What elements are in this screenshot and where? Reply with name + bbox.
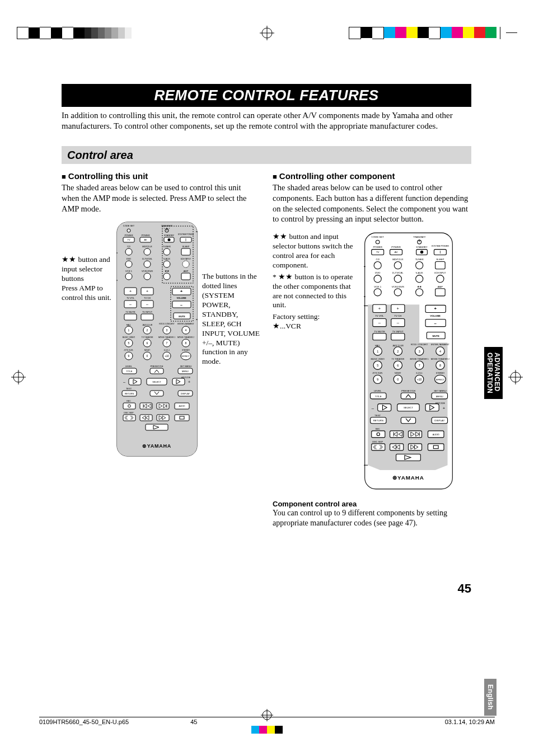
- svg-text:–: –: [180, 303, 182, 307]
- right-callouts: ★★ button and input selector buttons swi…: [273, 232, 359, 331]
- svg-point-153: [376, 240, 380, 244]
- registration-cross-right-icon: [508, 370, 523, 387]
- print-footer: 0109HTR5660_45-50_EN-U.p65 45 03.1.14, 1…: [39, 717, 495, 725]
- svg-point-53: [163, 273, 170, 280]
- left-body: The shaded areas below can be used to co…: [62, 182, 260, 214]
- svg-text:V-AUX: V-AUX: [416, 272, 423, 275]
- side-tab-advanced-line1: ADVANCED: [493, 353, 501, 392]
- svg-rect-212: [391, 334, 405, 340]
- svg-text:AV: AV: [144, 238, 147, 241]
- svg-text:6CH INPUT: 6CH INPUT: [434, 273, 446, 275]
- svg-point-35: [125, 248, 132, 255]
- svg-text:AV: AV: [395, 251, 398, 253]
- svg-text:0: 0: [147, 354, 148, 358]
- svg-text:⊛YAMAHA: ⊛YAMAHA: [392, 475, 424, 481]
- svg-text:DISPLAY: DISPLAY: [434, 420, 444, 422]
- svg-point-44: [144, 261, 151, 267]
- svg-rect-130: [150, 391, 163, 396]
- svg-text:–: –: [372, 406, 374, 411]
- svg-text:STEREO: STEREO: [182, 349, 190, 351]
- svg-text:JAZZ CLUB: JAZZ CLUB: [142, 324, 153, 326]
- svg-text:MOVIE THEATER 2: MOVIE THEATER 2: [177, 336, 194, 339]
- svg-point-182: [374, 275, 381, 283]
- svg-text:TRANSMIT: TRANSMIT: [161, 224, 173, 227]
- svg-text:POWER: POWER: [373, 246, 382, 249]
- svg-rect-273: [372, 431, 385, 438]
- svg-rect-260: [378, 404, 391, 411]
- svg-text:HALL: HALL: [127, 324, 132, 326]
- svg-rect-177: [435, 262, 446, 269]
- left-callout-right-text: The buttons in the dotted lines (SYSTEM …: [202, 272, 260, 367]
- component-caption-title: Component control area: [273, 500, 471, 508]
- svg-text:0: 0: [397, 378, 399, 381]
- svg-point-167: [420, 251, 423, 253]
- svg-text:VCR 1: VCR 1: [374, 285, 381, 288]
- svg-text:★★: ★★: [165, 269, 170, 273]
- svg-text:ENTER-TAINMENT: ENTER-TAINMENT: [431, 344, 449, 346]
- svg-text:VCR2/DVR: VCR2/DVR: [392, 285, 404, 288]
- svg-text:–: –: [123, 380, 125, 384]
- svg-rect-211: [373, 334, 386, 340]
- registration-row-top: [0, 27, 534, 44]
- svg-text:SYSTEM POWER: SYSTEM POWER: [432, 246, 449, 248]
- svg-point-183: [394, 275, 401, 283]
- svg-rect-256: [401, 393, 415, 399]
- svg-text:PRESET/CH: PRESET/CH: [151, 365, 163, 368]
- svg-point-192: [416, 289, 423, 296]
- svg-text:RETURN: RETURN: [373, 420, 383, 422]
- svg-text:CODE SET: CODE SET: [123, 224, 135, 227]
- side-tab-advanced-line2: OPERATION: [486, 353, 494, 393]
- svg-text:DISC SKIP: DISC SKIP: [124, 412, 134, 414]
- svg-text:–: –: [146, 302, 148, 306]
- svg-point-191: [394, 289, 401, 296]
- svg-text:MUSIC VIDEO: MUSIC VIDEO: [123, 336, 135, 339]
- svg-text:ROCK CONCERT: ROCK CONCERT: [159, 323, 174, 325]
- svg-text:AUDIO: AUDIO: [179, 405, 185, 407]
- section-heading: Control area: [67, 149, 466, 161]
- section-heading-band: Control area: [62, 146, 471, 164]
- svg-text:POWER: POWER: [141, 234, 149, 237]
- svg-rect-125: [172, 378, 185, 385]
- svg-point-52: [144, 273, 151, 280]
- svg-text:TV VOL: TV VOL: [375, 314, 384, 317]
- svg-text:3: 3: [419, 350, 420, 353]
- svg-text:9: 9: [377, 378, 378, 381]
- svg-text:MOVIE THEATER 1: MOVIE THEATER 1: [410, 358, 429, 360]
- svg-text:CD: CD: [376, 259, 380, 261]
- svg-text:POWER: POWER: [124, 234, 133, 237]
- svg-text:SLEEP: SLEEP: [182, 245, 190, 248]
- svg-text:VCR 1: VCR 1: [125, 270, 133, 273]
- svg-rect-285: [396, 454, 421, 461]
- svg-text:STEREO: STEREO: [436, 372, 444, 374]
- svg-text:/DTS SUR.: /DTS SUR.: [124, 349, 134, 351]
- svg-text:STANDBY: STANDBY: [416, 246, 427, 249]
- svg-text:+: +: [434, 306, 437, 311]
- registration-cross-bottom-icon: [261, 709, 273, 724]
- svg-text:NIGHT: NIGHT: [144, 349, 151, 351]
- svg-text:+10: +10: [417, 378, 422, 381]
- svg-rect-144: [175, 415, 189, 421]
- svg-point-14: [127, 229, 130, 232]
- svg-text:AMP: AMP: [438, 285, 443, 288]
- svg-text:D-TV/CBL: D-TV/CBL: [142, 257, 153, 260]
- svg-text:NIGHT: NIGHT: [395, 372, 401, 374]
- svg-text:DVD: DVD: [127, 257, 132, 260]
- svg-text:DISC SKIP: DISC SKIP: [372, 441, 383, 443]
- svg-text:TV MUTE: TV MUTE: [125, 311, 135, 313]
- print-sheet: REMOTE CONTROL FEATURES In addition to c…: [0, 0, 534, 756]
- svg-text:TV: TV: [127, 238, 130, 241]
- svg-text:TV CH: TV CH: [394, 314, 401, 317]
- svg-text:SET MENU: SET MENU: [434, 389, 447, 392]
- svg-rect-54: [181, 273, 190, 280]
- left-subheading-text: Controlling this unit: [68, 171, 148, 181]
- svg-text:+10: +10: [165, 355, 169, 358]
- svg-text:STANDBY: STANDBY: [164, 234, 175, 237]
- svg-text:MENU: MENU: [182, 370, 189, 373]
- side-tabs: ADVANCED OPERATION English: [484, 347, 503, 716]
- right-callout-4: ★...VCR: [273, 322, 359, 331]
- svg-text:SELECT: SELECT: [404, 407, 413, 410]
- left-callout-left-text: ★★ button and input selector buttons Pre…: [62, 255, 112, 302]
- svg-text:I: I: [185, 238, 186, 242]
- svg-text:+: +: [378, 306, 381, 311]
- remote-figure-right: CODE SET TRANSMIT POWERPOWERSTANDBYSYSTE…: [364, 232, 453, 492]
